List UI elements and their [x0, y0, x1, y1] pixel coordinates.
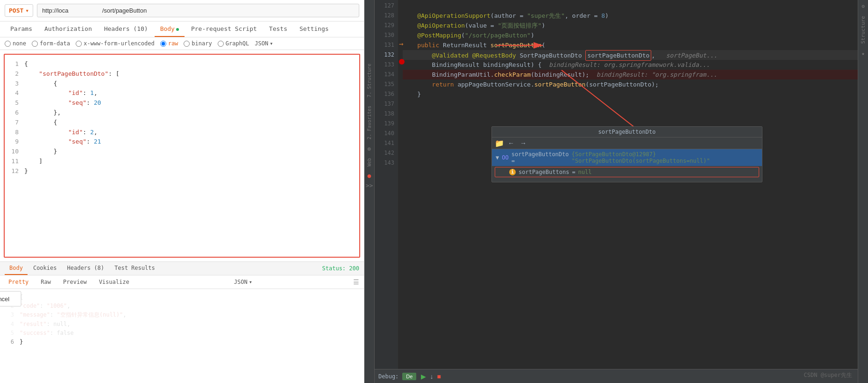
chevron-down-icon: ▾: [270, 40, 273, 47]
request-body-editor[interactable]: 1 { 2 "sortPageButtonDto": [ 3 { 4 "id":…: [4, 54, 360, 258]
ide-line-127: [403, 1, 858, 11]
ide-line-136: }: [403, 89, 858, 99]
code-line-2: 2 "sortPageButtonDto": [: [9, 69, 355, 79]
json-label: JSON: [255, 40, 268, 47]
bookmark-icon[interactable]: ★: [859, 50, 868, 58]
ide-line-131: public ReturnResult sortPageButton(: [403, 40, 858, 50]
tab-response-body[interactable]: Body: [5, 262, 28, 275]
tab-body[interactable]: Body: [155, 22, 185, 37]
radio-urlencoded[interactable]: x-www-form-urlencoded: [76, 40, 155, 47]
radio-graphql[interactable]: GraphQL: [218, 40, 249, 47]
param-highlight-box: sortPageButtonDto: [585, 50, 651, 61]
chevron-down-icon: ▾: [249, 279, 252, 285]
ide-line-135: return appPageButtonService.sortPageButt…: [403, 79, 858, 89]
request-tab-bar: Params Authorization Headers (10) Body P…: [0, 22, 364, 37]
debug-panel: sortPageButtonDto 📁 ← → ▼ OO sortPageBut…: [491, 126, 762, 182]
watermark: CSDN @super先生: [804, 371, 852, 379]
structure-sidebar-label[interactable]: Structure: [860, 12, 866, 48]
debug-de-btn[interactable]: De: [402, 373, 416, 380]
code-line-3: 3 {: [9, 79, 355, 89]
debug-bar: Debug: De ▶ ↓ ■: [375, 369, 858, 383]
settings-icon[interactable]: ⚙: [859, 2, 868, 10]
resume-btn[interactable]: ▶: [420, 372, 427, 381]
structure-tab[interactable]: 7. Structure: [367, 61, 372, 100]
format-pretty[interactable]: Pretty: [5, 277, 32, 287]
method-label: POST: [9, 7, 23, 14]
tab-tests[interactable]: Tests: [263, 22, 293, 37]
chevron-down-icon: ▾: [25, 7, 29, 14]
ide-left-sidebar: 7. Structure 2. Favorites ⊕ Web ● >>: [364, 0, 375, 383]
sending-overlay: Sending request... Cancel: [0, 289, 182, 336]
tab-settings[interactable]: Settings: [294, 22, 334, 37]
info-icon: i: [509, 169, 516, 175]
ide-line-133: BindingResult bindingResult) { bindingRe…: [403, 60, 858, 70]
tab-pre-request[interactable]: Pre-request Script: [185, 22, 263, 37]
radio-none[interactable]: none: [5, 40, 26, 47]
ide-code-area: 127 128 129 130 131 132 133 134 135 136 …: [375, 0, 858, 369]
format-visualize[interactable]: Visualize: [95, 277, 133, 287]
ide-code-lines: → @ApiOperationSupport(author = "super先生…: [398, 0, 858, 369]
forward-btn[interactable]: →: [518, 138, 528, 148]
debug-controls: ▶ ↓ ■: [420, 372, 441, 381]
debug-child-row: i sortPageButtons = null: [495, 167, 759, 177]
format-preview[interactable]: Preview: [59, 277, 91, 287]
radio-form-data[interactable]: form-data: [32, 40, 70, 47]
format-raw[interactable]: Raw: [37, 277, 55, 287]
menu-icon: ☰: [353, 278, 359, 286]
code-line-5: 5 "seq": 20: [9, 98, 355, 108]
json-format-select[interactable]: JSON ▾: [255, 40, 273, 47]
ide-line-138: [403, 109, 858, 119]
ide-line-137: [403, 99, 858, 109]
url-input[interactable]: [37, 4, 359, 17]
debug-panel-title: sortPageButtonDto: [492, 127, 762, 137]
code-line-6: 6 },: [9, 108, 355, 118]
tab-headers[interactable]: Headers (10): [99, 22, 154, 37]
ide-right-sidebar: ⚙ Structure ★: [858, 0, 868, 383]
json-response-select[interactable]: JSON ▾: [234, 279, 252, 285]
radio-binary[interactable]: binary: [184, 40, 212, 47]
response-area: Body Cookies Headers (8) Test Results St…: [0, 261, 364, 383]
body-dot: [176, 28, 179, 31]
code-line-8: 8 "id": 2,: [9, 128, 355, 137]
web-tab[interactable]: Web: [367, 155, 372, 169]
step-over-btn[interactable]: ↓: [429, 372, 434, 381]
favorites-tab[interactable]: 2. Favorites: [367, 103, 372, 142]
response-format-bar: Pretty Raw Preview Visualize JSON ▾ ☰: [0, 275, 364, 289]
tab-response-headers[interactable]: Headers (8): [62, 262, 108, 275]
body-type-bar: none form-data x-www-form-urlencoded raw…: [0, 37, 364, 50]
radio-raw[interactable]: raw: [160, 40, 178, 47]
code-line-9: 9 "seq": 21: [9, 137, 355, 147]
method-select[interactable]: POST ▾: [5, 4, 33, 17]
debug-toolbar: 📁 ← →: [492, 137, 762, 149]
folder-icon: 📁: [495, 139, 504, 148]
response-body-code: 1 { 2 "code": "1006", 3 "message": "空指针异…: [0, 289, 364, 383]
ide-line-130: @PostMapping("/sort/pageButton"): [403, 30, 858, 40]
back-btn[interactable]: ←: [506, 138, 516, 148]
code-line-11: 11 ]: [9, 157, 355, 166]
resp-line-6: 6 }: [5, 338, 359, 347]
code-line-12: 12 }: [9, 166, 355, 176]
ide-line-128: @ApiOperationSupport(author = "super先生",…: [403, 11, 858, 21]
tab-test-results[interactable]: Test Results: [110, 262, 160, 275]
postman-panel: POST ▾ Params Authorization Headers (10)…: [0, 0, 364, 383]
more-icon[interactable]: ●: [368, 172, 371, 179]
debug-tree-selected-row[interactable]: ▼ OO sortPageButtonDto = {SortPageButton…: [492, 149, 762, 166]
web-icon[interactable]: ⊕: [368, 145, 371, 152]
ide-gutter: 127 128 129 130 131 132 133 134 135 136 …: [375, 0, 398, 369]
ide-line-129: @ApiOperation(value = "页面按钮排序"): [403, 21, 858, 30]
url-bar: POST ▾: [0, 0, 364, 22]
ide-panel: 7. Structure 2. Favorites ⊕ Web ● >> 127…: [364, 0, 868, 383]
ide-line-134: BindingParamUtil.checkParam(bindingResul…: [403, 70, 858, 79]
debug-label: Debug:: [378, 373, 398, 380]
code-line-10: 10 }: [9, 147, 355, 157]
response-tab-bar: Body Cookies Headers (8) Test Results St…: [0, 262, 364, 275]
cancel-button[interactable]: Cancel: [0, 291, 21, 306]
code-line-4: 4 "id": 1,: [9, 88, 355, 98]
tab-params[interactable]: Params: [5, 22, 38, 37]
code-line-7: 7 {: [9, 118, 355, 128]
stop-btn[interactable]: ■: [436, 372, 441, 381]
tab-authorization[interactable]: Authorization: [39, 22, 98, 37]
chevron-icon[interactable]: >>: [366, 182, 373, 189]
tab-cookies[interactable]: Cookies: [28, 262, 62, 275]
status-badge: Status: 200: [322, 265, 359, 272]
